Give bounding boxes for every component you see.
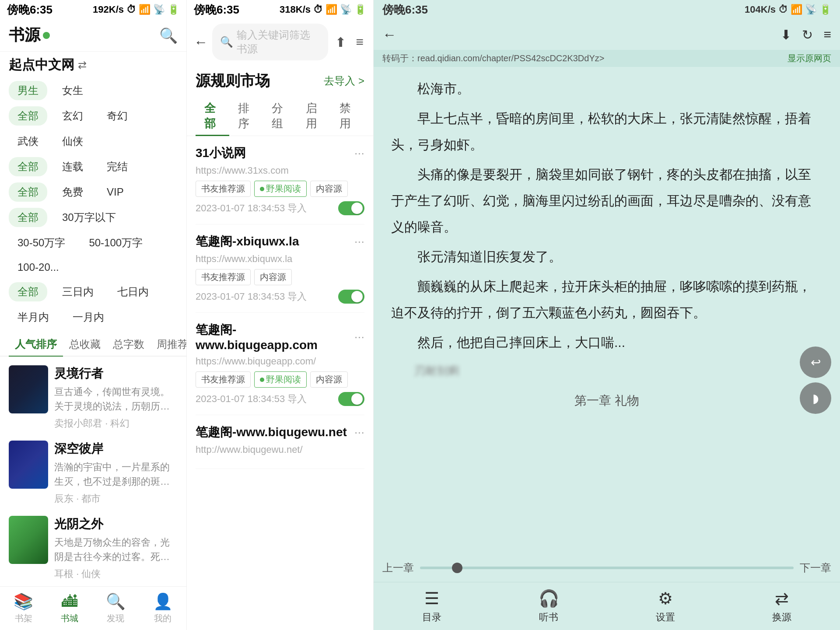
refresh-icon-3[interactable]: ↻: [802, 27, 813, 42]
app-header: 书源 🔍: [0, 19, 186, 52]
source-date-1: 2023-01-07 18:34:53 导入: [196, 202, 307, 215]
source-menu-1[interactable]: ···: [354, 146, 364, 160]
search-button[interactable]: 🔍: [159, 27, 178, 44]
show-original-page[interactable]: 显示原网页: [788, 52, 831, 64]
url-bar: 转码于：read.qidian.com/chapter/PSS42scDC2K3…: [374, 50, 840, 67]
filter-male[interactable]: 男生: [9, 81, 47, 100]
read-nav-toc[interactable]: ☰ 目录: [422, 589, 441, 624]
book-meta-2: 辰东 · 都市: [54, 492, 178, 505]
source-menu-4[interactable]: ···: [354, 425, 364, 439]
book-desc-2: 浩瀚的宇宙中，一片星系的生灭，也不过是刹那的斑驳流光。仰望星空，总有种...: [54, 460, 178, 489]
reading-content[interactable]: 松海市。 早上七点半，昏暗的房间里，松软的大床上，张元清陡然惊醒，捂着头，弓身如…: [374, 67, 840, 554]
float-btn-2[interactable]: ◗: [800, 382, 831, 414]
filter-xuanhuan[interactable]: 玄幻: [53, 106, 92, 126]
sort-popularity[interactable]: 人气排序: [9, 333, 63, 357]
import-button[interactable]: 去导入 >: [324, 74, 364, 88]
nav-bookstore[interactable]: 🏙 书城: [61, 592, 78, 624]
panel-source-market: 傍晚6:35 318K/s ⏱ 📶 📡 🔋 ← 🔍 输入关键词筛选书源 ⬆ ≡ …: [187, 0, 374, 630]
next-chapter-label[interactable]: 下一章: [800, 561, 831, 575]
network-speed-3: 104K/s: [745, 4, 776, 15]
battery-icon-3: 🔋: [819, 4, 831, 15]
filter-female[interactable]: 女生: [53, 81, 92, 100]
filter-all-status[interactable]: 全部: [9, 157, 47, 176]
list-item[interactable]: 灵境行者 亘古通今，传闻世有灵境。关于灵境的说法，历朝历代的名人雅士众说纷纭，诗…: [9, 365, 178, 430]
filter-halfmonth[interactable]: 半月内: [9, 308, 58, 327]
filter-medium[interactable]: 30-50万字: [9, 233, 74, 252]
reading-text: 松海市。 早上七点半，昏暗的房间里，松软的大床上，张元清陡然惊醒，捂着头，弓身如…: [391, 76, 822, 382]
sort-weekly-votes[interactable]: 周推荐票: [150, 333, 187, 357]
tag-friends-2: 书友推荐源: [196, 269, 251, 285]
green-dot-icon: [43, 32, 50, 39]
settings-label: 设置: [656, 611, 675, 624]
progress-track[interactable]: [420, 567, 794, 569]
nav-profile[interactable]: 👤 我的: [153, 592, 173, 624]
tab-enabled[interactable]: 启用: [297, 97, 331, 136]
book-meta-3: 耳根 · 仙侠: [54, 567, 178, 581]
progress-thumb[interactable]: [452, 563, 462, 573]
back-button-2[interactable]: ←: [194, 34, 208, 50]
search-box[interactable]: 🔍 输入关键词筛选书源: [212, 24, 328, 60]
signal-icon-3: 📶: [791, 4, 802, 15]
wifi-icon: 📡: [153, 4, 165, 15]
filter-qihuan[interactable]: 奇幻: [98, 106, 136, 126]
filter-button[interactable]: ≡: [353, 32, 366, 52]
filter-completed[interactable]: 完结: [98, 157, 136, 176]
filter-vlong[interactable]: 100-20...: [9, 259, 68, 276]
filter-free[interactable]: 免费: [53, 182, 92, 202]
prev-chapter-label[interactable]: 上一章: [382, 561, 414, 575]
filter-3day[interactable]: 三日内: [53, 282, 102, 301]
filter-all-genre[interactable]: 全部: [9, 106, 47, 126]
tab-all[interactable]: 全部: [196, 97, 229, 136]
blurred-para: 刃耐别痢: [391, 359, 822, 382]
sort-wordcount[interactable]: 总字数: [107, 333, 150, 357]
list-item[interactable]: 光阴之外 天地是万物众生的容舍，光阴是古往今来的过客。死生的差异，就好像梦与醒.…: [9, 516, 178, 581]
source-item-header-3: 笔趣阁-www.biqugeapp.com ···: [196, 322, 364, 352]
source-menu-2[interactable]: ···: [354, 234, 364, 248]
download-icon[interactable]: ⬇: [780, 27, 791, 42]
book-desc-1: 亘古通今，传闻世有灵境。关于灵境的说法，历朝历代的名人雅士众说纷纭，诗...: [54, 385, 178, 413]
tab-sort[interactable]: 排序: [229, 97, 263, 136]
time-filter-row: 全部 三日内 七日内 半月内 一月内: [9, 282, 178, 327]
filter-section: 起点中文网 ⇄ 男生 女生 全部 玄幻 奇幻 武侠 仙侠 全部 连载 完结 全部…: [0, 52, 186, 361]
read-nav-listen[interactable]: 🎧 听书: [539, 589, 559, 624]
read-nav-source[interactable]: ⇄ 换源: [772, 589, 791, 624]
refresh-icon[interactable]: ⇄: [78, 59, 87, 71]
filter-all-time[interactable]: 全部: [9, 282, 47, 301]
tag-yeguo-3: 野果阅读: [254, 371, 307, 388]
filter-all-length[interactable]: 全部: [9, 208, 47, 227]
toggle-source-1[interactable]: [338, 201, 364, 215]
menu-icon[interactable]: ≡: [823, 27, 831, 42]
source-tags-1: 书友推荐源 野果阅读 内容源: [196, 181, 364, 197]
filter-xianxia[interactable]: 仙侠: [53, 132, 92, 151]
filter-long[interactable]: 50-100万字: [80, 233, 151, 252]
toggle-source-2[interactable]: [338, 290, 364, 304]
source-tags-2: 书友推荐源 内容源: [196, 269, 364, 285]
filter-7day[interactable]: 七日内: [108, 282, 158, 301]
read-nav-settings[interactable]: ⚙ 设置: [656, 589, 675, 624]
app-title: 书源: [9, 24, 50, 46]
source-date-3: 2023-01-07 18:34:53 导入: [196, 392, 307, 406]
nav-discover[interactable]: 🔍 发现: [106, 592, 126, 624]
source-meta-1: 2023-01-07 18:34:53 导入: [196, 201, 364, 215]
tab-group[interactable]: 分组: [263, 97, 297, 136]
sort-collect[interactable]: 总收藏: [63, 333, 107, 357]
para-2: 头痛的像是要裂开，脑袋里如同嵌了钢针，疼的头皮都在抽搐，以至于产生了幻听、幻觉，…: [391, 161, 822, 240]
list-item[interactable]: 深空彼岸 浩瀚的宇宙中，一片星系的生灭，也不过是刹那的斑驳流光。仰望星空，总有种…: [9, 441, 178, 505]
nav-bookshelf[interactable]: 📚 书架: [14, 592, 33, 624]
filter-serializing[interactable]: 连载: [53, 157, 92, 176]
filter-month[interactable]: 一月内: [64, 308, 113, 327]
back-button-3[interactable]: ←: [382, 27, 396, 43]
search-placeholder: 输入关键词筛选书源: [237, 28, 320, 56]
upload-button[interactable]: ⬆: [332, 32, 349, 52]
filter-wuxia[interactable]: 武侠: [9, 132, 47, 151]
listen-label: 听书: [539, 611, 558, 624]
source-tags-3: 书友推荐源 野果阅读 内容源: [196, 371, 364, 388]
filter-all-price[interactable]: 全部: [9, 182, 47, 202]
float-btn-1[interactable]: ↩: [800, 346, 831, 378]
filter-short[interactable]: 30万字以下: [53, 208, 125, 227]
book-cover-3: [9, 516, 48, 564]
tab-disabled[interactable]: 禁用: [331, 97, 364, 136]
toggle-source-3[interactable]: [338, 392, 364, 406]
filter-vip[interactable]: VIP: [98, 183, 133, 201]
source-menu-3[interactable]: ···: [354, 330, 364, 344]
